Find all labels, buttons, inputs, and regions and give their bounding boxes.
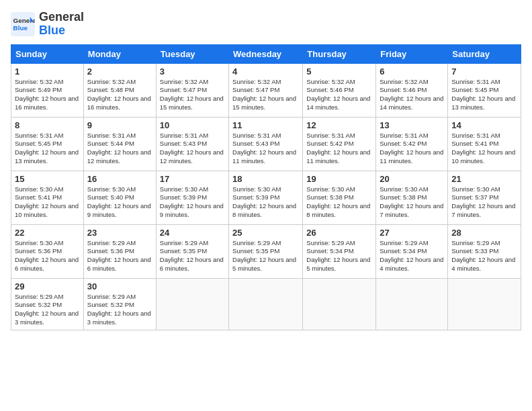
day-cell: 28 Sunrise: 5:29 AM Sunset: 5:33 PM Dayl… [448, 224, 521, 278]
day-info: Sunrise: 5:32 AM Sunset: 5:46 PM Dayligh… [380, 78, 444, 112]
day-number: 26 [306, 228, 372, 238]
day-cell: 25 Sunrise: 5:29 AM Sunset: 5:35 PM Dayl… [229, 224, 303, 278]
header-wednesday: Wednesday [229, 44, 303, 63]
header-sunday: Sunday [11, 44, 84, 63]
day-cell: 15 Sunrise: 5:30 AM Sunset: 5:41 PM Dayl… [11, 171, 84, 224]
day-cell: 10 Sunrise: 5:31 AM Sunset: 5:43 PM Dayl… [156, 117, 228, 171]
day-info: Sunrise: 5:29 AM Sunset: 5:36 PM Dayligh… [87, 239, 152, 273]
day-info: Sunrise: 5:29 AM Sunset: 5:33 PM Dayligh… [451, 239, 517, 273]
empty-day-cell [229, 278, 303, 330]
day-number: 11 [232, 120, 299, 130]
day-info: Sunrise: 5:30 AM Sunset: 5:38 PM Dayligh… [380, 185, 444, 220]
empty-day-cell [156, 278, 228, 330]
logo-icon: General Blue [11, 12, 35, 36]
empty-day-cell [448, 278, 521, 330]
day-number: 2 [87, 66, 152, 77]
day-info: Sunrise: 5:30 AM Sunset: 5:41 PM Dayligh… [15, 185, 80, 220]
day-number: 30 [87, 281, 152, 291]
day-cell: 17 Sunrise: 5:30 AM Sunset: 5:39 PM Dayl… [156, 171, 228, 224]
day-info: Sunrise: 5:31 AM Sunset: 5:43 PM Dayligh… [232, 132, 299, 166]
day-cell: 5 Sunrise: 5:32 AM Sunset: 5:46 PM Dayli… [303, 63, 376, 117]
day-number: 6 [380, 66, 444, 77]
logo: General Blue General Blue [11, 11, 84, 38]
day-cell: 24 Sunrise: 5:29 AM Sunset: 5:35 PM Dayl… [156, 224, 228, 278]
day-cell: 16 Sunrise: 5:30 AM Sunset: 5:40 PM Dayl… [83, 171, 156, 224]
header-thursday: Thursday [303, 44, 376, 63]
day-info: Sunrise: 5:30 AM Sunset: 5:39 PM Dayligh… [232, 185, 299, 220]
day-info: Sunrise: 5:31 AM Sunset: 5:44 PM Dayligh… [87, 132, 152, 166]
day-cell: 2 Sunrise: 5:32 AM Sunset: 5:48 PM Dayli… [83, 63, 156, 117]
day-number: 29 [15, 281, 80, 291]
day-info: Sunrise: 5:29 AM Sunset: 5:34 PM Dayligh… [380, 239, 444, 273]
day-info: Sunrise: 5:30 AM Sunset: 5:37 PM Dayligh… [451, 185, 517, 220]
day-info: Sunrise: 5:31 AM Sunset: 5:41 PM Dayligh… [451, 132, 517, 166]
day-number: 9 [87, 120, 152, 130]
day-cell: 20 Sunrise: 5:30 AM Sunset: 5:38 PM Dayl… [376, 171, 448, 224]
logo-text: General Blue [39, 11, 84, 38]
day-cell: 19 Sunrise: 5:30 AM Sunset: 5:38 PM Dayl… [303, 171, 376, 224]
day-number: 25 [232, 228, 299, 238]
day-cell: 6 Sunrise: 5:32 AM Sunset: 5:46 PM Dayli… [376, 63, 448, 117]
day-cell: 4 Sunrise: 5:32 AM Sunset: 5:47 PM Dayli… [229, 63, 303, 117]
day-number: 7 [451, 66, 517, 77]
day-cell: 12 Sunrise: 5:31 AM Sunset: 5:42 PM Dayl… [303, 117, 376, 171]
day-cell: 11 Sunrise: 5:31 AM Sunset: 5:43 PM Dayl… [229, 117, 303, 171]
day-info: Sunrise: 5:29 AM Sunset: 5:32 PM Dayligh… [15, 293, 80, 327]
day-info: Sunrise: 5:31 AM Sunset: 5:43 PM Dayligh… [160, 132, 225, 166]
day-info: Sunrise: 5:29 AM Sunset: 5:35 PM Dayligh… [160, 239, 225, 273]
day-number: 8 [15, 120, 80, 130]
day-info: Sunrise: 5:31 AM Sunset: 5:45 PM Dayligh… [15, 132, 80, 166]
day-info: Sunrise: 5:32 AM Sunset: 5:47 PM Dayligh… [232, 78, 299, 112]
day-info: Sunrise: 5:29 AM Sunset: 5:32 PM Dayligh… [87, 293, 152, 327]
day-cell: 7 Sunrise: 5:31 AM Sunset: 5:45 PM Dayli… [448, 63, 521, 117]
day-info: Sunrise: 5:31 AM Sunset: 5:42 PM Dayligh… [306, 132, 372, 166]
day-number: 24 [160, 228, 225, 238]
calendar-week-row: 15 Sunrise: 5:30 AM Sunset: 5:41 PM Dayl… [11, 171, 521, 224]
day-number: 13 [380, 120, 444, 130]
day-number: 19 [306, 174, 372, 184]
day-info: Sunrise: 5:30 AM Sunset: 5:39 PM Dayligh… [160, 185, 225, 220]
svg-text:Blue: Blue [13, 24, 28, 32]
day-cell: 27 Sunrise: 5:29 AM Sunset: 5:34 PM Dayl… [376, 224, 448, 278]
day-info: Sunrise: 5:32 AM Sunset: 5:47 PM Dayligh… [160, 78, 225, 112]
day-cell: 23 Sunrise: 5:29 AM Sunset: 5:36 PM Dayl… [83, 224, 156, 278]
day-number: 16 [87, 174, 152, 184]
day-number: 14 [451, 120, 517, 130]
calendar-week-row: 1 Sunrise: 5:32 AM Sunset: 5:49 PM Dayli… [11, 63, 521, 117]
day-cell: 1 Sunrise: 5:32 AM Sunset: 5:49 PM Dayli… [11, 63, 84, 117]
empty-day-cell [376, 278, 448, 330]
calendar-table: SundayMondayTuesdayWednesdayThursdayFrid… [11, 44, 521, 330]
empty-day-cell [303, 278, 376, 330]
day-number: 10 [160, 120, 225, 130]
day-info: Sunrise: 5:29 AM Sunset: 5:35 PM Dayligh… [232, 239, 299, 273]
header-monday: Monday [83, 44, 156, 63]
header-friday: Friday [376, 44, 448, 63]
day-number: 3 [160, 66, 225, 77]
day-number: 4 [232, 66, 299, 77]
day-cell: 21 Sunrise: 5:30 AM Sunset: 5:37 PM Dayl… [448, 171, 521, 224]
day-cell: 9 Sunrise: 5:31 AM Sunset: 5:44 PM Dayli… [83, 117, 156, 171]
day-info: Sunrise: 5:31 AM Sunset: 5:45 PM Dayligh… [451, 78, 517, 112]
day-number: 21 [451, 174, 517, 184]
day-number: 1 [15, 66, 80, 77]
header-saturday: Saturday [448, 44, 521, 63]
day-cell: 13 Sunrise: 5:31 AM Sunset: 5:42 PM Dayl… [376, 117, 448, 171]
calendar-week-row: 22 Sunrise: 5:30 AM Sunset: 5:36 PM Dayl… [11, 224, 521, 278]
day-cell: 22 Sunrise: 5:30 AM Sunset: 5:36 PM Dayl… [11, 224, 84, 278]
day-info: Sunrise: 5:32 AM Sunset: 5:48 PM Dayligh… [87, 78, 152, 112]
day-info: Sunrise: 5:32 AM Sunset: 5:46 PM Dayligh… [306, 78, 372, 112]
day-info: Sunrise: 5:30 AM Sunset: 5:36 PM Dayligh… [15, 239, 80, 273]
calendar-week-row: 29 Sunrise: 5:29 AM Sunset: 5:32 PM Dayl… [11, 278, 521, 330]
day-cell: 8 Sunrise: 5:31 AM Sunset: 5:45 PM Dayli… [11, 117, 84, 171]
day-cell: 18 Sunrise: 5:30 AM Sunset: 5:39 PM Dayl… [229, 171, 303, 224]
header-tuesday: Tuesday [156, 44, 228, 63]
calendar-week-row: 8 Sunrise: 5:31 AM Sunset: 5:45 PM Dayli… [11, 117, 521, 171]
header: General Blue General Blue [11, 11, 521, 38]
day-number: 23 [87, 228, 152, 238]
day-cell: 30 Sunrise: 5:29 AM Sunset: 5:32 PM Dayl… [83, 278, 156, 330]
day-cell: 26 Sunrise: 5:29 AM Sunset: 5:34 PM Dayl… [303, 224, 376, 278]
day-number: 20 [380, 174, 444, 184]
day-number: 15 [15, 174, 80, 184]
calendar-header-row: SundayMondayTuesdayWednesdayThursdayFrid… [11, 44, 521, 63]
day-info: Sunrise: 5:31 AM Sunset: 5:42 PM Dayligh… [380, 132, 444, 166]
